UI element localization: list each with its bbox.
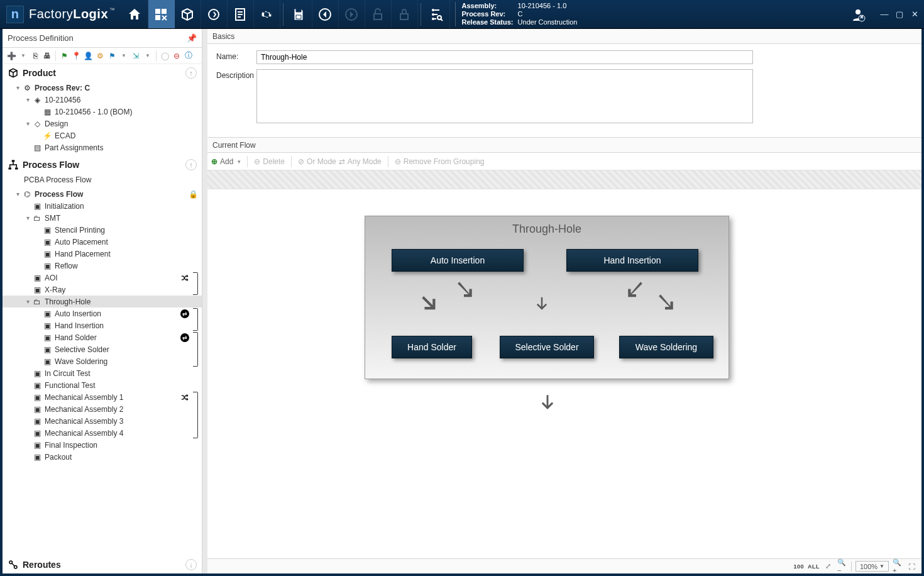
app-logo: n FactoryLogix™ <box>0 6 122 23</box>
brand-name-a: Factory <box>29 7 73 21</box>
package-button[interactable] <box>175 0 201 28</box>
section-reroutes-label: Reroutes <box>23 560 61 570</box>
save-button[interactable] <box>286 0 312 28</box>
tree-node-functest[interactable]: ▣Functional Test <box>3 379 202 391</box>
flow-canvas[interactable]: Through-Hole Auto Insertion Hand Inserti… <box>207 170 921 558</box>
window-restore-button[interactable]: ▢ <box>894 9 905 20</box>
section-reroutes[interactable]: Reroutes ↓ <box>3 556 202 573</box>
add-button[interactable]: ⊕Add <box>211 157 241 166</box>
pin-icon[interactable]: 📌 <box>187 33 197 43</box>
tree-node-reflow[interactable]: ▣Reflow <box>3 260 202 272</box>
tree-node-mech4[interactable]: ▣Mechanical Assembly 4 <box>3 427 193 439</box>
zoom-out-icon[interactable]: 🔍− <box>837 562 847 572</box>
dropdown-icon[interactable]: ▼ <box>18 51 28 61</box>
tree-node-mech1[interactable]: ▣Mechanical Assembly 1 <box>3 391 193 403</box>
tree-node-finalinsp[interactable]: ▣Final Inspection <box>3 439 202 451</box>
tree-node-design[interactable]: ▾◇Design <box>3 118 202 130</box>
arrow-icon <box>625 279 647 301</box>
svg-rect-10 <box>374 14 382 19</box>
tree-node-processflow[interactable]: ▾⌬Process Flow🔒 <box>3 188 202 200</box>
tree-node-stencil[interactable]: ▣Stencil Printing <box>3 224 202 236</box>
flow-group-throughhole[interactable]: Through-Hole Auto Insertion Hand Inserti… <box>365 216 729 379</box>
hierarchy-search-button[interactable] <box>424 0 450 28</box>
op-auto-insertion[interactable]: Auto Insertion <box>392 249 524 272</box>
gear-small-icon[interactable]: ⚙ <box>95 51 105 61</box>
tree-node-autoplace[interactable]: ▣Auto Placement <box>3 236 202 248</box>
export-icon[interactable]: ⇲ <box>131 51 141 61</box>
section-processflow[interactable]: Process Flow ↑ <box>3 156 202 174</box>
info-circle-icon[interactable]: ⓘ <box>184 51 194 61</box>
lock-button[interactable] <box>392 0 418 28</box>
tree-node-autoins[interactable]: ▣Auto Insertion⇄ <box>3 307 193 319</box>
tree-node-packout[interactable]: ▣Packout <box>3 451 202 463</box>
tree-node-handsolder[interactable]: ▣Hand Solder⇄ <box>3 331 193 343</box>
flag-blue-icon[interactable]: ⚑ <box>107 51 117 61</box>
person-icon[interactable]: 👤 <box>83 51 93 61</box>
tree-node-mech3[interactable]: ▣Mechanical Assembly 3 <box>3 415 193 427</box>
settings-button[interactable] <box>254 0 280 28</box>
tree-node-xray[interactable]: ▣X-Ray <box>3 284 193 296</box>
flag-green-icon[interactable]: ⚑ <box>59 51 69 61</box>
cycle-button[interactable] <box>201 0 228 28</box>
add-icon[interactable]: ➕ <box>6 51 16 61</box>
tree-node-mech2[interactable]: ▣Mechanical Assembly 2 <box>3 403 193 415</box>
sidebar-title: Process Definition <box>8 33 74 43</box>
tree-node-handins[interactable]: ▣Hand Insertion <box>3 319 193 331</box>
grid-edit-button[interactable] <box>148 0 175 28</box>
zoom-in-icon[interactable]: 🔍+ <box>893 562 903 572</box>
document-button[interactable] <box>228 0 254 28</box>
tree-node-selsolder[interactable]: ▣Selective Solder <box>3 343 193 355</box>
sidebar-header: Process Definition 📌 <box>3 29 202 48</box>
tree-node-ict[interactable]: ▣In Circuit Test <box>3 367 202 379</box>
op-icon: ▣ <box>42 357 52 367</box>
splitter[interactable] <box>202 29 207 573</box>
collapse-up-icon[interactable]: ↑ <box>185 159 197 170</box>
forward-button[interactable] <box>339 0 365 28</box>
tree-node-throughhole[interactable]: ▾🗀Through-Hole <box>3 296 202 307</box>
dropdown-icon[interactable]: ▼ <box>143 51 153 61</box>
tree-node-handplace[interactable]: ▣Hand Placement <box>3 248 202 260</box>
dropdown-icon[interactable]: ▼ <box>119 51 129 61</box>
delete-button[interactable]: ⊖Delete <box>254 157 285 166</box>
tree-node-procrev[interactable]: ▾⚙Process Rev: C <box>3 82 202 94</box>
op-wave-soldering[interactable]: Wave Soldering <box>619 336 713 358</box>
user-icon[interactable] <box>850 6 866 23</box>
window-minimize-button[interactable]: — <box>879 9 890 20</box>
anymode-button[interactable]: ⇄Any Mode <box>339 157 382 166</box>
op-selective-solder[interactable]: Selective Solder <box>500 336 594 358</box>
tree-node-ecad[interactable]: ⚡ECAD <box>3 130 202 141</box>
name-input[interactable] <box>256 50 753 64</box>
window-close-button[interactable]: ✕ <box>909 9 920 20</box>
collapse-up-icon[interactable]: ↑ <box>185 67 197 79</box>
tree-label: Mechanical Assembly 4 <box>45 429 189 438</box>
tree-node-init[interactable]: ▣Initialization <box>3 200 202 212</box>
expand-down-icon[interactable]: ↓ <box>185 559 197 570</box>
description-input[interactable] <box>256 69 753 123</box>
section-product[interactable]: Product ↑ <box>3 64 202 82</box>
tree-node-assembly[interactable]: ▾◈10-210456 <box>3 94 202 106</box>
back-button[interactable] <box>312 0 339 28</box>
ok-circle-icon[interactable]: ◯ <box>160 51 170 61</box>
fullscreen-icon[interactable]: ⛶ <box>906 562 916 572</box>
ormode-button[interactable]: ⊘Or Mode <box>298 157 336 166</box>
zoom-readout[interactable]: 100% ▼ <box>855 561 889 572</box>
tree-node-wavesolder[interactable]: ▣Wave Soldering <box>3 355 193 367</box>
tree-node-pcba[interactable]: PCBA Process Flow <box>3 174 202 186</box>
op-label: Wave Soldering <box>635 342 697 352</box>
op-hand-insertion[interactable]: Hand Insertion <box>566 249 698 272</box>
tree-node-bom[interactable]: ▦10-210456 - 1.0 (BOM) <box>3 106 202 118</box>
remove-circle-icon[interactable]: ⊖ <box>172 51 182 61</box>
copy-icon[interactable]: ⎘ <box>30 51 40 61</box>
tree-label: Process Flow <box>35 190 189 199</box>
removegroup-button[interactable]: ⊖Remove From Grouping <box>395 157 485 166</box>
tree-node-partassign[interactable]: ▤Part Assignments <box>3 141 202 153</box>
canvas-dropzone[interactable] <box>207 170 921 189</box>
tree-node-aoi[interactable]: ▣AOI <box>3 272 193 284</box>
home-button[interactable] <box>122 0 148 28</box>
print-icon[interactable]: 🖶 <box>42 51 52 61</box>
zoom-fit-icon[interactable]: ⤢ <box>823 562 833 572</box>
pin-small-icon[interactable]: 📍 <box>71 51 81 61</box>
tree-node-smt[interactable]: ▾🗀SMT <box>3 212 202 224</box>
unlock-button[interactable] <box>365 0 392 28</box>
op-hand-solder[interactable]: Hand Solder <box>392 336 472 358</box>
